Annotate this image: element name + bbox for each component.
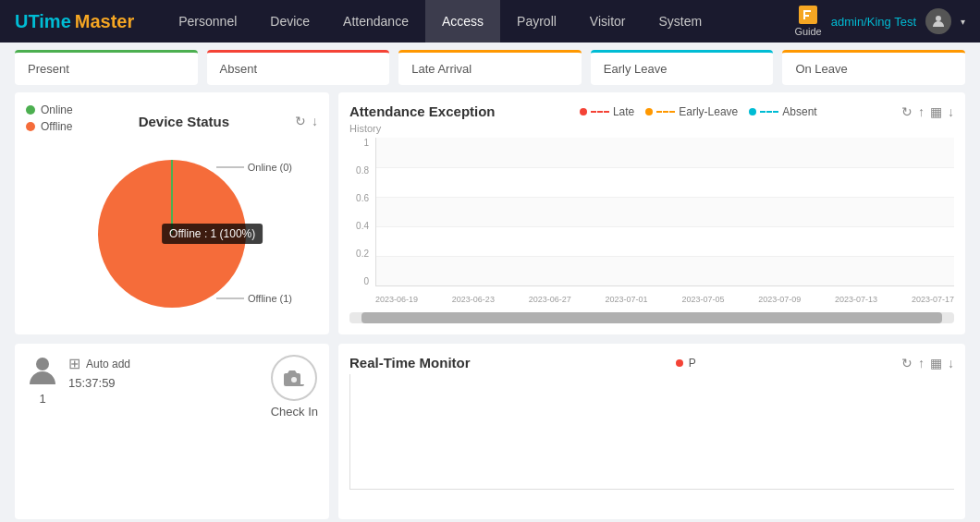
stats-bar: Present Absent Late Arrival Early Leave … bbox=[0, 42, 980, 92]
auto-add-label: Auto add bbox=[86, 358, 130, 370]
y-label-1: 1 bbox=[363, 138, 369, 148]
chart-plot bbox=[375, 138, 954, 286]
att-legend: Late Early-Leave Absent bbox=[580, 105, 817, 118]
att-dot-late bbox=[580, 108, 587, 115]
rt-bar-icon[interactable]: ▦ bbox=[930, 356, 942, 370]
svg-rect-2 bbox=[803, 15, 809, 17]
checkin-middle: ⊞ Auto add 15:37:59 bbox=[68, 355, 262, 390]
offline-pie-label: Offline (1) bbox=[216, 293, 292, 304]
legend-online: Online bbox=[26, 103, 73, 116]
att-bar-icon[interactable]: ▦ bbox=[930, 104, 942, 119]
guide-icon bbox=[799, 6, 817, 24]
legend-online-label: Online bbox=[41, 103, 73, 116]
x-label-2: 2023-06-27 bbox=[529, 295, 571, 304]
x-label-3: 2023-07-01 bbox=[606, 295, 648, 304]
person-count: 1 bbox=[39, 392, 45, 406]
stat-onleave[interactable]: On Leave bbox=[782, 50, 965, 85]
checkin-panel: 1 ⊞ Auto add 15:37:59 bbox=[15, 344, 329, 519]
rt-download-icon[interactable]: ↓ bbox=[948, 356, 954, 370]
realtime-panel: Real-Time Monitor P ↻ ↑ ▦ ↓ bbox=[338, 344, 965, 519]
svg-rect-1 bbox=[803, 10, 811, 12]
att-panel-actions: ↻ ↑ ▦ ↓ bbox=[901, 104, 954, 119]
rt-plot bbox=[349, 374, 954, 490]
att-chart-area: 1 0.8 0.6 0.4 0.2 0 bbox=[349, 138, 954, 309]
rt-x-labels bbox=[349, 492, 954, 508]
header-right: Guide admin/King Test ▾ bbox=[794, 6, 965, 37]
header: UTime Master Personnel Device Attendance… bbox=[0, 0, 980, 42]
rt-refresh-icon[interactable]: ↻ bbox=[901, 356, 913, 370]
dropdown-arrow[interactable]: ▾ bbox=[961, 17, 965, 27]
nav-visitor[interactable]: Visitor bbox=[573, 0, 643, 42]
online-pie-label: Online (0) bbox=[216, 162, 292, 173]
svg-point-8 bbox=[36, 358, 49, 370]
checkin-text: Check In bbox=[271, 405, 318, 419]
att-line-early bbox=[656, 111, 675, 113]
nav-payroll[interactable]: Payroll bbox=[500, 0, 573, 42]
stat-present[interactable]: Present bbox=[15, 50, 198, 85]
pie-svg bbox=[89, 151, 255, 317]
rt-p-label: P bbox=[689, 357, 696, 370]
user-avatar[interactable] bbox=[925, 8, 951, 34]
attendance-exception-panel: Attendance Exception Late Early-Leave bbox=[338, 92, 965, 334]
auto-add: ⊞ Auto add bbox=[68, 355, 262, 372]
att-refresh-icon[interactable]: ↻ bbox=[901, 104, 913, 119]
x-label-1: 2023-06-23 bbox=[452, 295, 495, 304]
nav-device[interactable]: Device bbox=[253, 0, 326, 42]
device-download-icon[interactable]: ↓ bbox=[312, 114, 318, 128]
logo-master: Master bbox=[75, 11, 134, 32]
checkin-label-area: Check In bbox=[271, 355, 318, 419]
checkin-time: 15:37:59 bbox=[68, 376, 262, 390]
rt-panel-actions: ↻ ↑ ▦ ↓ bbox=[901, 356, 954, 370]
grid-line-4 bbox=[376, 256, 954, 257]
stat-absent[interactable]: Absent bbox=[207, 50, 390, 85]
att-upload-icon[interactable]: ↑ bbox=[918, 104, 925, 119]
svg-point-3 bbox=[936, 16, 941, 21]
grid-band-2 bbox=[376, 197, 954, 226]
realtime-title: Real-Time Monitor bbox=[349, 355, 471, 370]
nav-system[interactable]: System bbox=[643, 0, 719, 42]
chart-scrollbar[interactable] bbox=[349, 312, 954, 323]
y-label-08: 0.8 bbox=[356, 165, 369, 176]
offline-dot bbox=[26, 122, 35, 131]
rt-upload-icon[interactable]: ↑ bbox=[918, 356, 925, 370]
user-info[interactable]: admin/King Test bbox=[831, 15, 916, 29]
main-content: Online Offline Device Status ↻ ↓ bbox=[0, 92, 980, 522]
stat-early[interactable]: Early Leave bbox=[591, 50, 774, 85]
att-line-absent bbox=[760, 111, 778, 113]
svg-point-9 bbox=[291, 377, 297, 382]
nav-personnel[interactable]: Personnel bbox=[162, 0, 253, 42]
stat-present-label: Present bbox=[28, 62, 69, 76]
att-dot-absent bbox=[749, 108, 756, 115]
att-legend-late: Late bbox=[580, 105, 634, 118]
stat-early-label: Early Leave bbox=[604, 62, 668, 76]
chart-y-axis: 1 0.8 0.6 0.4 0.2 0 bbox=[349, 138, 372, 286]
grid-line-1 bbox=[376, 167, 954, 168]
attendance-title: Attendance Exception bbox=[349, 103, 496, 119]
att-legend-early: Early-Leave bbox=[645, 105, 738, 118]
nav-attendance[interactable]: Attendance bbox=[326, 0, 425, 42]
x-label-4: 2023-07-05 bbox=[681, 295, 724, 304]
attendance-header: Attendance Exception Late Early-Leave bbox=[349, 103, 954, 119]
scrollbar-thumb[interactable] bbox=[361, 312, 942, 323]
stat-absent-label: Absent bbox=[220, 62, 257, 76]
legend-offline: Offline bbox=[26, 120, 73, 133]
grid-band-1 bbox=[376, 138, 954, 167]
pie-chart: Offline : 1 (100%) Online (0) Offline (1… bbox=[89, 151, 255, 317]
bottom-row: 1 ⊞ Auto add 15:37:59 bbox=[15, 344, 965, 519]
y-label-0: 0 bbox=[363, 276, 369, 286]
stat-late[interactable]: Late Arrival bbox=[398, 50, 582, 85]
x-label-0: 2023-06-19 bbox=[375, 295, 418, 304]
x-label-5: 2023-07-09 bbox=[758, 295, 801, 304]
device-panel-actions: ↻ ↓ bbox=[295, 114, 318, 128]
device-refresh-icon[interactable]: ↻ bbox=[295, 114, 306, 128]
grid-line-3 bbox=[376, 226, 954, 227]
y-label-04: 0.4 bbox=[356, 221, 369, 231]
guide-label: Guide bbox=[794, 26, 821, 37]
att-download-icon[interactable]: ↓ bbox=[948, 104, 954, 119]
stat-onleave-label: On Leave bbox=[795, 62, 847, 76]
nav-access[interactable]: Access bbox=[425, 0, 500, 42]
person-icon-wrapper: 1 bbox=[26, 355, 59, 406]
checkin-info: 1 ⊞ Auto add 15:37:59 bbox=[26, 355, 318, 419]
rt-dot bbox=[676, 359, 683, 367]
guide-button[interactable]: Guide bbox=[794, 6, 821, 37]
